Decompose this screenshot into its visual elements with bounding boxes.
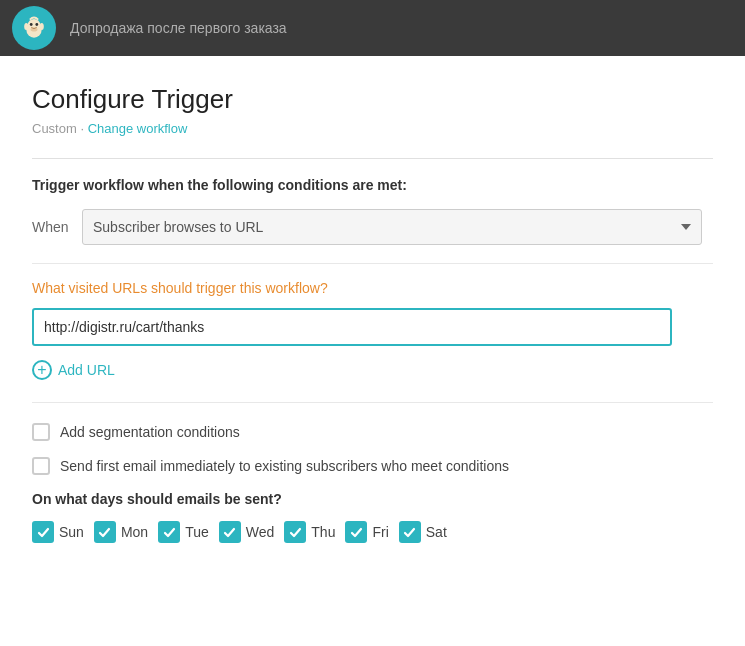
- divider-2: [32, 263, 713, 264]
- day-item-tue: Tue: [158, 521, 209, 543]
- logo: [12, 6, 56, 50]
- when-label: When: [32, 219, 82, 235]
- breadcrumb: Custom · Change workflow: [32, 121, 713, 136]
- day-item-mon: Mon: [94, 521, 148, 543]
- day-label-sun: Sun: [59, 524, 84, 540]
- day-checkbox-wed[interactable]: [219, 521, 241, 543]
- logo-icon: [20, 14, 48, 42]
- day-checkbox-sun[interactable]: [32, 521, 54, 543]
- segmentation-checkbox[interactable]: [32, 423, 50, 441]
- day-item-sat: Sat: [399, 521, 447, 543]
- app-header: Допродажа после первого заказа: [0, 0, 745, 56]
- divider-1: [32, 158, 713, 159]
- days-label: On what days should emails be sent?: [32, 491, 713, 507]
- day-checkbox-mon[interactable]: [94, 521, 116, 543]
- header-title: Допродажа после первого заказа: [70, 20, 287, 36]
- main-content: Configure Trigger Custom · Change workfl…: [0, 56, 745, 575]
- day-item-sun: Sun: [32, 521, 84, 543]
- days-row: SunMonTueWedThuFriSat: [32, 521, 713, 543]
- day-label-wed: Wed: [246, 524, 275, 540]
- days-section: On what days should emails be sent? SunM…: [32, 491, 713, 543]
- trigger-condition-label: Trigger workflow when the following cond…: [32, 177, 713, 193]
- day-label-sat: Sat: [426, 524, 447, 540]
- page-title: Configure Trigger: [32, 84, 713, 115]
- add-url-label: Add URL: [58, 362, 115, 378]
- add-url-button[interactable]: + Add URL: [32, 360, 115, 380]
- day-checkbox-tue[interactable]: [158, 521, 180, 543]
- svg-point-5: [24, 23, 28, 30]
- day-label-mon: Mon: [121, 524, 148, 540]
- url-input[interactable]: [32, 308, 672, 346]
- url-question: What visited URLs should trigger this wo…: [32, 280, 713, 296]
- svg-point-3: [35, 23, 38, 26]
- send-first-email-row: Send first email immediately to existing…: [32, 457, 713, 475]
- day-item-wed: Wed: [219, 521, 275, 543]
- day-label-tue: Tue: [185, 524, 209, 540]
- day-item-thu: Thu: [284, 521, 335, 543]
- add-url-icon: +: [32, 360, 52, 380]
- day-checkbox-fri[interactable]: [345, 521, 367, 543]
- divider-3: [32, 402, 713, 403]
- day-label-thu: Thu: [311, 524, 335, 540]
- send-first-email-label: Send first email immediately to existing…: [60, 458, 509, 474]
- breadcrumb-custom: Custom ·: [32, 121, 88, 136]
- send-first-email-checkbox[interactable]: [32, 457, 50, 475]
- day-label-fri: Fri: [372, 524, 388, 540]
- segmentation-label: Add segmentation conditions: [60, 424, 240, 440]
- change-workflow-link[interactable]: Change workflow: [88, 121, 188, 136]
- when-select[interactable]: Subscriber browses to URL Subscriber joi…: [82, 209, 702, 245]
- day-checkbox-sat[interactable]: [399, 521, 421, 543]
- svg-point-6: [40, 23, 44, 30]
- svg-point-2: [30, 23, 33, 26]
- day-checkbox-thu[interactable]: [284, 521, 306, 543]
- when-row: When Subscriber browses to URL Subscribe…: [32, 209, 713, 245]
- day-item-fri: Fri: [345, 521, 388, 543]
- segmentation-row: Add segmentation conditions: [32, 423, 713, 441]
